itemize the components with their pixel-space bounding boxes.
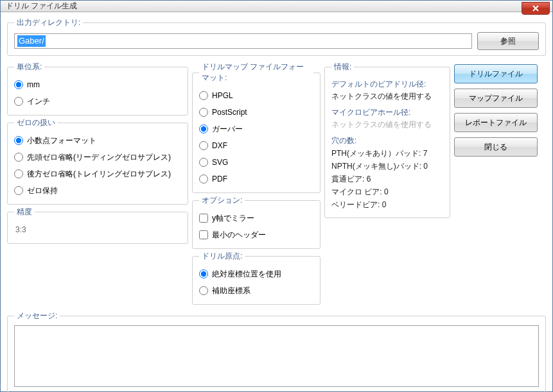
- output-directory-input[interactable]: Gaber/: [14, 33, 472, 49]
- min-header-label: 最小のヘッダー: [212, 230, 266, 241]
- options-legend: オプション:: [199, 195, 245, 206]
- dialog-window: ドリル ファイル生成 出力ディレクトリ: Gaber/ 参照 単位系: mm イ…: [0, 0, 553, 392]
- through-via-count: 貫通ビア: 6: [331, 174, 443, 185]
- zeros-keep-radio[interactable]: [14, 186, 23, 195]
- map-format-group: ドリルマップ ファイルフォーマット: HPGL PostScript ガーバー …: [192, 62, 320, 193]
- titlebar: ドリル ファイル生成: [1, 1, 552, 12]
- precision-value: 3:3: [14, 221, 181, 238]
- map-format-legend: ドリルマップ ファイルフォーマット:: [199, 62, 313, 83]
- dialog-content: 出力ディレクトリ: Gaber/ 参照 単位系: mm インチ ゼロの扱い 小数…: [1, 12, 552, 392]
- zeros-leading-radio[interactable]: [14, 153, 23, 162]
- holes-list: PTH(メッキあり）パッド: 7 NPTH(メッキ無し)パッド: 0 貫通ビア:…: [331, 148, 443, 210]
- mirror-y-checkbox[interactable]: [199, 214, 208, 223]
- via-drill-value: ネットクラスの値を使用する: [331, 91, 443, 102]
- map-dxf-radio[interactable]: [199, 141, 208, 150]
- window-title: ドリル ファイル生成: [6, 1, 77, 12]
- report-file-button[interactable]: レポートファイル: [454, 113, 538, 132]
- map-svg-radio[interactable]: [199, 158, 208, 167]
- zeros-trailing-radio[interactable]: [14, 169, 23, 178]
- units-group: 単位系: mm インチ: [7, 62, 188, 115]
- min-header-checkbox[interactable]: [199, 230, 208, 239]
- zeros-keep-label: ゼロ保持: [27, 185, 58, 196]
- browse-button[interactable]: 参照: [477, 32, 539, 50]
- window-close-button[interactable]: [522, 2, 550, 15]
- output-directory-group: 出力ディレクトリ: Gaber/ 参照: [7, 17, 546, 56]
- map-ps-label: PostScript: [212, 108, 247, 117]
- precision-group: 精度 3:3: [7, 207, 188, 244]
- holes-label: 穴の数:: [331, 135, 443, 146]
- map-svg-label: SVG: [212, 158, 228, 167]
- microvia-value: ネットクラスの値を使用する: [331, 119, 443, 130]
- micro-via-count: マイクロ ビア: 0: [331, 187, 443, 198]
- map-pdf-label: PDF: [212, 175, 227, 183]
- options-group: オプション: y軸でミラー 最小のヘッダー: [192, 195, 320, 249]
- units-mm-label: mm: [27, 80, 40, 89]
- origin-absolute-radio[interactable]: [199, 269, 208, 278]
- via-drill-label: デフォルトのビアドリル径:: [331, 79, 443, 90]
- zeros-decimal-radio[interactable]: [14, 136, 23, 145]
- zeros-trailing-label: 後方ゼロ省略(トレイリングゼロサプレス): [27, 169, 171, 180]
- zeros-group: ゼロの扱い 小数点フォーマット 先頭ゼロ省略(リーディングゼロサプレス) 後方ゼ…: [7, 117, 188, 205]
- units-legend: 単位系:: [14, 62, 44, 72]
- origin-legend: ドリル原点:: [199, 251, 245, 262]
- map-file-button[interactable]: マップファイル: [454, 89, 538, 108]
- map-pdf-radio[interactable]: [199, 175, 208, 183]
- messages-textarea[interactable]: [14, 325, 539, 387]
- output-directory-legend: 出力ディレクトリ:: [14, 17, 83, 28]
- origin-aux-label: 補助座標系: [212, 285, 250, 296]
- info-group: 情報: デフォルトのビアドリル径: ネットクラスの値を使用する マイクロビアホー…: [324, 62, 450, 218]
- messages-legend: メッセージ:: [14, 311, 60, 321]
- map-gerber-label: ガーバー: [212, 124, 243, 135]
- output-directory-value: Gaber/: [17, 35, 46, 47]
- buried-via-count: ベリードビア: 0: [331, 200, 443, 210]
- zeros-leading-label: 先頭ゼロ省略(リーディングゼロサプレス): [27, 152, 171, 163]
- map-hpgl-label: HPGL: [212, 91, 233, 100]
- map-hpgl-radio[interactable]: [199, 91, 208, 100]
- map-ps-radio[interactable]: [199, 108, 208, 117]
- zeros-decimal-label: 小数点フォーマット: [27, 135, 96, 146]
- units-inch-label: インチ: [27, 96, 50, 107]
- precision-legend: 精度: [14, 207, 35, 217]
- units-mm-radio[interactable]: [14, 80, 23, 89]
- microvia-label: マイクロビアホール径:: [331, 107, 443, 118]
- units-inch-radio[interactable]: [14, 97, 23, 106]
- messages-group: メッセージ:: [7, 311, 546, 392]
- drill-file-button[interactable]: ドリルファイル: [454, 64, 538, 83]
- origin-absolute-label: 絶対座標位置を使用: [212, 269, 281, 280]
- map-dxf-label: DXF: [212, 141, 227, 150]
- npth-count: NPTH(メッキ無し)パッド: 0: [331, 161, 443, 172]
- close-button[interactable]: 閉じる: [454, 137, 538, 157]
- zeros-legend: ゼロの扱い: [14, 117, 58, 128]
- pth-count: PTH(メッキあり）パッド: 7: [331, 148, 443, 159]
- origin-group: ドリル原点: 絶対座標位置を使用 補助座標系: [192, 251, 320, 305]
- mirror-y-label: y軸でミラー: [212, 213, 254, 224]
- origin-aux-radio[interactable]: [199, 286, 208, 295]
- info-legend: 情報:: [331, 62, 354, 72]
- map-gerber-radio[interactable]: [199, 124, 208, 133]
- close-icon: [532, 5, 540, 12]
